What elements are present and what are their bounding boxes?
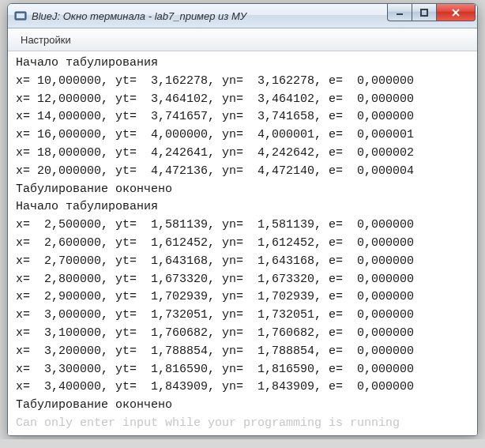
close-button[interactable] <box>436 4 476 21</box>
terminal-output: Начало табулирования x= 10,000000, yt= 3… <box>16 55 469 415</box>
input-hint: Can only enter input while your programm… <box>16 415 469 433</box>
menubar: Настройки <box>8 28 477 51</box>
app-icon <box>14 9 27 22</box>
titlebar[interactable]: BlueJ: Окно терминала - lab7_пример из М… <box>8 4 477 28</box>
window-controls <box>388 4 476 21</box>
menu-settings[interactable]: Настройки <box>14 31 77 49</box>
svg-rect-3 <box>421 9 427 16</box>
terminal-window: BlueJ: Окно терминала - lab7_пример из М… <box>7 3 478 436</box>
terminal-body: Начало табулирования x= 10,000000, yt= 3… <box>8 51 477 435</box>
maximize-button[interactable] <box>412 4 437 21</box>
svg-rect-1 <box>17 13 24 18</box>
window-title: BlueJ: Окно терминала - lab7_пример из М… <box>32 10 388 22</box>
minimize-button[interactable] <box>387 4 412 21</box>
svg-rect-2 <box>397 13 403 15</box>
